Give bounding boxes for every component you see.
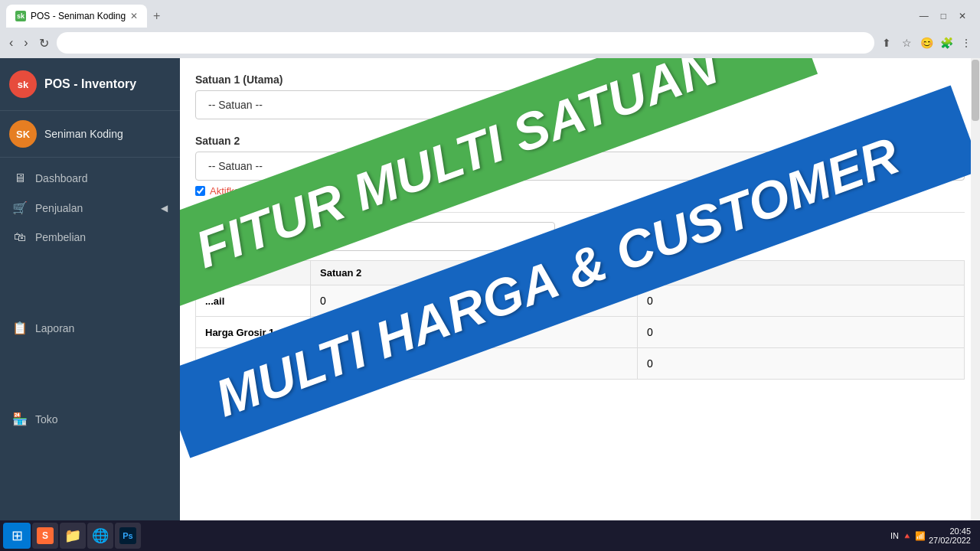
profile-icon[interactable]: 😊 <box>919 35 934 51</box>
harga-jual-satuan3-input[interactable] <box>638 285 964 316</box>
extension-icon[interactable]: 🧩 <box>939 35 954 51</box>
extra-dropdown-row <box>195 222 965 251</box>
harga-jual-satuan2-cell <box>311 285 638 317</box>
satuan2-row: -- Satuan -- <box>195 152 965 181</box>
taskbar-sys-tray: IN 🔺 📶 20:45 27/02/2022 <box>890 527 977 545</box>
harga-grosir2-satuan3-cell <box>638 348 965 380</box>
harga-grosir1-satuan2-input[interactable] <box>311 317 637 347</box>
sidebar-header: sk POS - Inventory <box>0 58 180 111</box>
tab-title: POS - Seniman Koding <box>31 11 126 21</box>
sidebar-item-label: Dashboard <box>35 172 88 184</box>
col-header-empty <box>196 261 311 285</box>
harga-grosir2-satuan2-cell <box>311 348 638 380</box>
table-row: ...ail <box>196 285 965 317</box>
col-header-satuan3: Satuan 3 <box>638 261 965 285</box>
sidebar-item-laporan[interactable]: 📋 Laporan <box>0 313 180 343</box>
sidebar-nav: 🖥 Dashboard 🛒 Penjualan ◀ 🛍 Pembelian 📋 … <box>0 158 180 524</box>
photoshop-icon: Ps <box>119 527 136 544</box>
harga-jual-satuan2-input[interactable] <box>311 285 637 316</box>
tab-bar: sk POS - Seniman Koding ✕ + — □ ✕ <box>0 0 980 28</box>
share-icon[interactable]: ⬆ <box>879 35 894 51</box>
user-info: SK Seniman Koding <box>0 111 180 158</box>
col-header-satuan2: Satuan 2 <box>311 261 638 285</box>
table-row: Harga Grosir 1 <box>196 317 965 348</box>
harga-grosir1-label: Harga Grosir 1 <box>196 317 311 348</box>
divider <box>195 212 965 213</box>
sidebar: sk POS - Inventory SK Seniman Koding 🖥 D… <box>0 58 180 551</box>
scroll-thumb <box>972 60 979 121</box>
harga-grosir2-satuan2-input[interactable] <box>311 348 637 379</box>
toolbar-icons: ⬆ ☆ 😊 🧩 ⋮ <box>879 35 974 51</box>
pembelian-icon: 🛍 <box>12 230 28 244</box>
main-content: Satuan 1 (Utama) -- Satuan -- Satuan 2 -… <box>180 58 980 551</box>
harga-grosir1-satuan3-input[interactable] <box>638 317 964 347</box>
taskbar: ⊞ S 📁 🌐 Ps IN 🔺 📶 20:45 27/02/2022 <box>0 520 980 551</box>
taskbar-app-photoshop[interactable]: Ps <box>115 523 141 549</box>
maximize-button[interactable]: □ <box>936 9 951 23</box>
satuan1-select[interactable]: -- Satuan -- <box>195 90 555 119</box>
folder-icon: 📁 <box>64 527 81 544</box>
date-display: 27/02/2022 <box>929 536 971 545</box>
sidebar-item-dashboard[interactable]: 🖥 Dashboard <box>0 164 180 193</box>
sidebar-item-label: Penjualan <box>35 202 83 214</box>
checkbox-row: Aktifkan Checklist Agar H... <box>195 185 965 197</box>
scroll-indicator[interactable] <box>971 58 980 551</box>
minimize-button[interactable]: — <box>915 9 933 23</box>
address-input[interactable] <box>57 32 874 54</box>
taskbar-app-chrome[interactable]: 🌐 <box>87 523 113 549</box>
checklist-label: Aktifkan Checklist Agar H... <box>210 185 330 197</box>
menu-icon[interactable]: ⋮ <box>959 35 974 51</box>
satuan1-section: Satuan 1 (Utama) -- Satuan -- <box>195 73 965 119</box>
tab-close-button[interactable]: ✕ <box>130 11 138 21</box>
satuan2-label: Satuan 2 <box>195 135 965 147</box>
browser-content: sk POS - Inventory SK Seniman Koding 🖥 D… <box>0 58 980 551</box>
taskbar-app-explorer[interactable]: 📁 <box>60 523 86 549</box>
forward-button[interactable]: › <box>21 33 31 53</box>
checklist-checkbox[interactable] <box>195 186 205 196</box>
laporan-icon: 📋 <box>12 321 28 335</box>
close-button[interactable]: ✕ <box>954 9 971 23</box>
harga-grosir2-satuan3-input[interactable] <box>638 348 964 379</box>
bookmark-icon[interactable]: ☆ <box>899 35 914 51</box>
table-row: Harga Grosir 2 <box>196 348 965 380</box>
tab-favicon: sk <box>15 11 26 21</box>
app-title: POS - Inventory <box>44 77 136 91</box>
avatar: SK <box>9 120 37 148</box>
sidebar-item-label: Pembelian <box>35 231 86 243</box>
start-button[interactable]: ⊞ <box>3 523 31 549</box>
address-bar: ‹ › ↻ ⬆ ☆ 😊 🧩 ⋮ <box>0 28 980 58</box>
harga-grosir2-label: Harga Grosir 2 <box>196 348 311 380</box>
harga-jual-satuan3-cell <box>638 285 965 317</box>
user-name: Seniman Koding <box>44 128 123 140</box>
harga-jual-label: ...ail <box>196 285 311 317</box>
satuan2-select[interactable]: -- Satuan -- <box>195 152 463 181</box>
taskbar-icons: 🔺 📶 <box>902 531 926 541</box>
satuan1-label: Satuan 1 (Utama) <box>195 73 965 86</box>
time-display: 20:45 <box>929 527 971 536</box>
price-table: Satuan 2 Satuan 3 ...ail Harga Grosir 1 <box>195 260 965 380</box>
taskbar-app-sublime[interactable]: S <box>32 523 58 549</box>
toko-icon: 🏪 <box>12 412 28 426</box>
new-tab-button[interactable]: + <box>150 6 163 26</box>
windows-icon: ⊞ <box>11 527 23 544</box>
harga-grosir1-satuan2-cell <box>311 317 638 348</box>
browser-tab[interactable]: sk POS - Seniman Koding ✕ <box>6 5 147 28</box>
sublime-icon: S <box>37 527 54 544</box>
sidebar-item-toko[interactable]: 🏪 Toko <box>0 404 180 434</box>
sidebar-item-pembelian[interactable]: 🛍 Pembelian <box>0 223 180 252</box>
taskbar-clock: 20:45 27/02/2022 <box>929 527 971 545</box>
harga-grosir1-satuan3-cell <box>638 317 965 348</box>
chevron-left-icon: ◀ <box>161 203 168 214</box>
extra-select[interactable] <box>195 222 555 251</box>
reload-button[interactable]: ↻ <box>36 33 52 54</box>
satuan2-section: Satuan 2 -- Satuan -- Aktifkan Checklist… <box>195 135 965 197</box>
sidebar-item-label: Laporan <box>35 322 74 334</box>
back-button[interactable]: ‹ <box>6 33 16 53</box>
penjualan-icon: 🛒 <box>12 201 28 215</box>
sidebar-item-label: Toko <box>35 413 58 425</box>
app-logo: sk <box>9 70 37 98</box>
satuan2-input[interactable] <box>469 152 965 181</box>
dashboard-icon: 🖥 <box>12 171 28 185</box>
sidebar-item-penjualan[interactable]: 🛒 Penjualan ◀ <box>0 193 180 223</box>
window-controls: — □ ✕ <box>915 9 974 23</box>
